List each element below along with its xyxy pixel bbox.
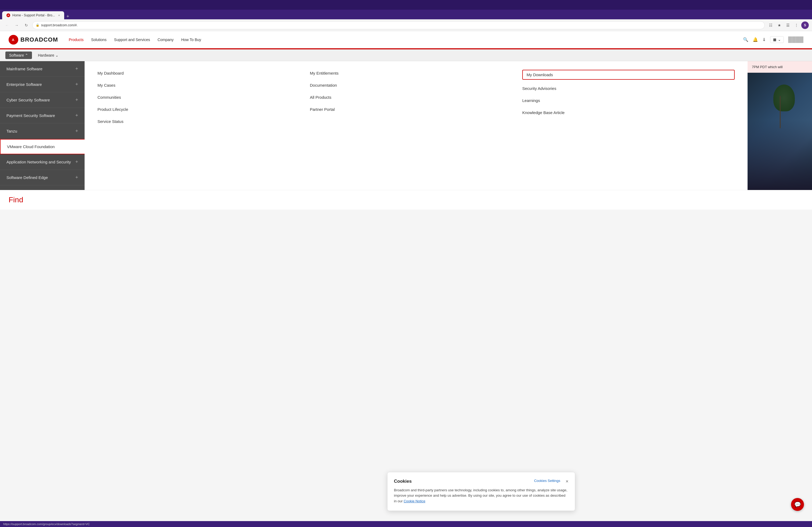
menu-link-partner-portal[interactable]: Partner Portal bbox=[310, 106, 522, 113]
nav-products[interactable]: Products bbox=[69, 37, 84, 42]
sidebar-item-enterprise-software[interactable]: Enterprise Software + bbox=[0, 77, 85, 92]
software-chevron-icon: ⌃ bbox=[25, 53, 28, 57]
payment-plus-icon: + bbox=[75, 113, 78, 118]
sidebar-vmware-label: VMware Cloud Foundation bbox=[7, 144, 55, 149]
menu-link-all-products[interactable]: All Products bbox=[310, 94, 522, 101]
ssl-lock-icon: 🔒 bbox=[36, 23, 40, 27]
app-networking-plus-icon: + bbox=[75, 159, 78, 165]
tab-close-button[interactable]: × bbox=[58, 14, 60, 17]
profile-button[interactable]: S bbox=[801, 21, 809, 29]
tab-title: Home - Support Portal - Bro... bbox=[12, 13, 55, 17]
tree-canopy bbox=[773, 85, 795, 111]
menu-link-service-status[interactable]: Service Status bbox=[98, 118, 310, 125]
tree-trunk bbox=[780, 96, 781, 128]
tanzu-plus-icon: + bbox=[75, 128, 78, 134]
menu-link-knowledge-base[interactable]: Knowledge Base Article bbox=[522, 109, 735, 116]
browser-chrome: A Home - Support Portal - Bro... × + ← →… bbox=[0, 0, 812, 31]
browser-tabs: A Home - Support Portal - Bro... × + bbox=[0, 10, 812, 19]
portal-selector[interactable]: ▦ ⌄ bbox=[770, 36, 784, 43]
right-panel: 7PM PDT which will bbox=[748, 61, 812, 190]
bookmark-star-icon[interactable]: ★ bbox=[775, 21, 783, 29]
menu-link-my-downloads[interactable]: My Downloads bbox=[522, 70, 735, 80]
menu-link-security-advisories[interactable]: Security Advisories bbox=[522, 85, 735, 92]
broadcom-logo: A BROADCOM bbox=[9, 35, 58, 45]
reload-button[interactable]: ↻ bbox=[23, 21, 30, 29]
tab-favicon: A bbox=[6, 13, 10, 17]
sec-nav-software[interactable]: Software ⌃ bbox=[5, 51, 32, 59]
nav-company[interactable]: Company bbox=[158, 37, 174, 42]
secondary-nav: Software ⌃ Hardware ⌄ bbox=[0, 49, 812, 61]
url-display: support.broadcom.com/#. bbox=[41, 23, 77, 27]
top-navbar: A BROADCOM Products Solutions Support an… bbox=[0, 31, 812, 48]
sidebar-item-software-defined-edge[interactable]: Software Defined Edge + bbox=[0, 170, 85, 185]
nav-solutions[interactable]: Solutions bbox=[91, 37, 106, 42]
sidebar-app-networking-label: Application Networking and Security bbox=[6, 160, 71, 164]
menu-link-my-cases[interactable]: My Cases bbox=[98, 82, 310, 89]
menu-link-my-entitlements[interactable]: My Entitlements bbox=[310, 70, 522, 76]
find-section: Find bbox=[0, 190, 812, 210]
menu-column-1: My Dashboard My Cases Communities Produc… bbox=[98, 70, 310, 125]
menu-column-2: My Entitlements Documentation All Produc… bbox=[310, 70, 522, 125]
main-nav: Products Solutions Support and Services … bbox=[69, 37, 743, 42]
sidebar-cyber-label: Cyber Security Software bbox=[6, 98, 50, 102]
notice-text: 7PM PDT which will bbox=[752, 65, 783, 69]
mainframe-plus-icon: + bbox=[75, 66, 78, 72]
menu-link-product-lifecycle[interactable]: Product Lifecycle bbox=[98, 106, 310, 113]
nav-how-to-buy[interactable]: How To Buy bbox=[181, 37, 201, 42]
address-bar[interactable]: 🔒 support.broadcom.com/#. bbox=[32, 21, 765, 29]
browser-toolbar: ← → ↻ 🔒 support.broadcom.com/#. ☷ ★ ☰ ⋮ … bbox=[0, 19, 812, 31]
sidebar-item-vmware-cloud-foundation[interactable]: VMware Cloud Foundation bbox=[0, 139, 85, 154]
find-title: Find bbox=[9, 196, 23, 204]
sidebar-item-app-networking-security[interactable]: Application Networking and Security + bbox=[0, 154, 85, 170]
more-options-icon[interactable]: ⋮ bbox=[793, 21, 800, 29]
translate-icon[interactable]: ☷ bbox=[767, 21, 774, 29]
user-placeholder: ████ bbox=[788, 36, 803, 43]
sidebar-mainframe-label: Mainframe Software bbox=[6, 66, 42, 71]
menu-link-documentation[interactable]: Documentation bbox=[310, 82, 522, 89]
downloads-icon[interactable]: ⇓ bbox=[762, 37, 766, 42]
sde-plus-icon: + bbox=[75, 175, 78, 180]
logo-icon: A bbox=[9, 35, 18, 45]
sidebar-item-payment-security-software[interactable]: Payment Security Software + bbox=[0, 108, 85, 123]
sec-nav-hardware-label: Hardware bbox=[38, 53, 54, 57]
notice-image bbox=[748, 73, 812, 190]
enterprise-plus-icon: + bbox=[75, 81, 78, 87]
new-tab-button[interactable]: + bbox=[64, 14, 71, 19]
notice-banner: 7PM PDT which will bbox=[748, 61, 812, 73]
menu-link-communities[interactable]: Communities bbox=[98, 94, 310, 101]
toolbar-icons: ☷ ★ ☰ ⋮ S bbox=[767, 21, 809, 29]
left-sidebar: Mainframe Software + Enterprise Software… bbox=[0, 61, 85, 190]
cyber-plus-icon: + bbox=[75, 97, 78, 103]
building-image bbox=[748, 73, 812, 190]
sidebar-item-cyber-security-software[interactable]: Cyber Security Software + bbox=[0, 92, 85, 108]
back-button[interactable]: ← bbox=[3, 21, 11, 29]
browser-title-bar bbox=[0, 0, 812, 10]
sidebar-item-mainframe-software[interactable]: Mainframe Software + bbox=[0, 61, 85, 77]
forward-button[interactable]: → bbox=[13, 21, 20, 29]
portal-selector-chevron: ⌄ bbox=[778, 37, 781, 42]
sidebar-item-tanzu[interactable]: Tanzu + bbox=[0, 123, 85, 139]
sidebar-enterprise-label: Enterprise Software bbox=[6, 82, 42, 87]
sidebar-payment-label: Payment Security Software bbox=[6, 113, 55, 118]
sidebar-tanzu-label: Tanzu bbox=[6, 129, 17, 133]
hardware-chevron-icon: ⌄ bbox=[55, 53, 59, 57]
sec-nav-software-label: Software bbox=[9, 53, 24, 57]
extensions-icon[interactable]: ☰ bbox=[784, 21, 792, 29]
nav-right-icons: 🔍 🔔 ⇓ ▦ ⌄ ████ bbox=[743, 36, 803, 43]
dropdown-container: Mainframe Software + Enterprise Software… bbox=[0, 61, 812, 190]
sec-nav-hardware[interactable]: Hardware ⌄ bbox=[34, 51, 62, 59]
search-icon[interactable]: 🔍 bbox=[743, 37, 748, 42]
nav-support-services[interactable]: Support and Services bbox=[114, 37, 150, 42]
page-wrapper: A BROADCOM Products Solutions Support an… bbox=[0, 31, 812, 210]
menu-link-learnings[interactable]: Learnings bbox=[522, 97, 735, 104]
menu-content: My Dashboard My Cases Communities Produc… bbox=[85, 61, 748, 190]
active-tab[interactable]: A Home - Support Portal - Bro... × bbox=[2, 11, 64, 19]
svg-text:A: A bbox=[12, 38, 14, 42]
user-avatar-area: ████ bbox=[788, 36, 803, 43]
menu-column-3: My Downloads Security Advisories Learnin… bbox=[522, 70, 735, 125]
sidebar-sde-label: Software Defined Edge bbox=[6, 175, 48, 180]
menu-link-my-dashboard[interactable]: My Dashboard bbox=[98, 70, 310, 76]
notifications-icon[interactable]: 🔔 bbox=[753, 37, 758, 42]
portal-selector-icon: ▦ bbox=[773, 37, 776, 42]
logo-text: BROADCOM bbox=[20, 36, 58, 43]
